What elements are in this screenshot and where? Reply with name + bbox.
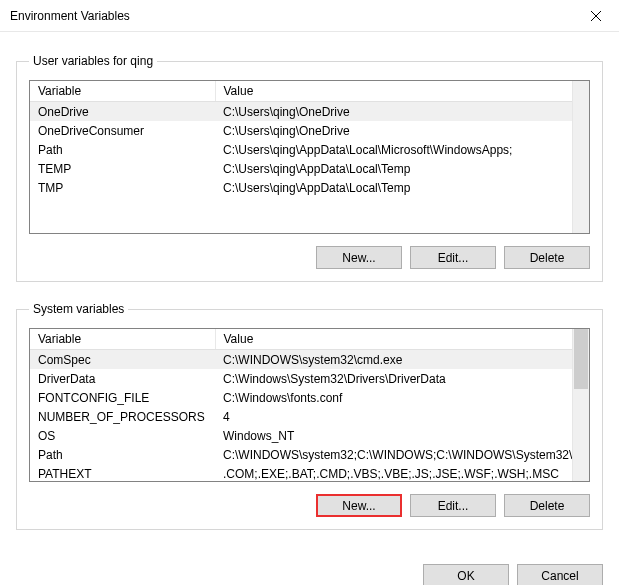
user-variables-group: User variables for qing Variable Value O… bbox=[16, 54, 603, 282]
titlebar: Environment Variables bbox=[0, 0, 619, 32]
table-row[interactable]: PathC:\WINDOWS\system32;C:\WINDOWS;C:\WI… bbox=[30, 445, 572, 464]
table-row[interactable]: FONTCONFIG_FILEC:\Windows\fonts.conf bbox=[30, 388, 572, 407]
user-variables-table[interactable]: Variable Value OneDriveC:\Users\qing\One… bbox=[30, 81, 572, 197]
table-row[interactable]: TEMPC:\Users\qing\AppData\Local\Temp bbox=[30, 159, 572, 178]
table-row[interactable]: DriverDataC:\Windows\System32\Drivers\Dr… bbox=[30, 369, 572, 388]
system-col-variable[interactable]: Variable bbox=[30, 329, 215, 350]
system-variables-legend: System variables bbox=[29, 302, 128, 316]
user-col-variable[interactable]: Variable bbox=[30, 81, 215, 102]
user-variables-legend: User variables for qing bbox=[29, 54, 157, 68]
user-new-button[interactable]: New... bbox=[316, 246, 402, 269]
user-delete-button[interactable]: Delete bbox=[504, 246, 590, 269]
table-row[interactable]: OneDriveConsumerC:\Users\qing\OneDrive bbox=[30, 121, 572, 140]
close-button[interactable] bbox=[573, 0, 619, 32]
table-row[interactable]: OSWindows_NT bbox=[30, 426, 572, 445]
table-row[interactable]: PathC:\Users\qing\AppData\Local\Microsof… bbox=[30, 140, 572, 159]
system-scrollbar[interactable] bbox=[572, 329, 589, 481]
cancel-button[interactable]: Cancel bbox=[517, 564, 603, 585]
system-delete-button[interactable]: Delete bbox=[504, 494, 590, 517]
system-edit-button[interactable]: Edit... bbox=[410, 494, 496, 517]
scrollbar-thumb[interactable] bbox=[574, 329, 588, 389]
dialog-footer: OK Cancel bbox=[0, 546, 619, 585]
ok-button[interactable]: OK bbox=[423, 564, 509, 585]
system-variables-group: System variables Variable Value ComSpecC… bbox=[16, 302, 603, 530]
user-edit-button[interactable]: Edit... bbox=[410, 246, 496, 269]
table-row[interactable]: TMPC:\Users\qing\AppData\Local\Temp bbox=[30, 178, 572, 197]
table-row[interactable]: NUMBER_OF_PROCESSORS4 bbox=[30, 407, 572, 426]
system-variables-table[interactable]: Variable Value ComSpecC:\WINDOWS\system3… bbox=[30, 329, 572, 481]
system-col-value[interactable]: Value bbox=[215, 329, 572, 350]
user-buttons: New... Edit... Delete bbox=[29, 246, 590, 269]
window-title: Environment Variables bbox=[10, 9, 573, 23]
system-variables-table-container: Variable Value ComSpecC:\WINDOWS\system3… bbox=[29, 328, 590, 482]
system-new-button[interactable]: New... bbox=[316, 494, 402, 517]
user-scrollbar[interactable] bbox=[572, 81, 589, 233]
table-row[interactable]: PATHEXT.COM;.EXE;.BAT;.CMD;.VBS;.VBE;.JS… bbox=[30, 464, 572, 481]
close-icon bbox=[591, 11, 601, 21]
user-variables-table-container: Variable Value OneDriveC:\Users\qing\One… bbox=[29, 80, 590, 234]
dialog-content: User variables for qing Variable Value O… bbox=[0, 32, 619, 546]
system-buttons: New... Edit... Delete bbox=[29, 494, 590, 517]
table-row[interactable]: ComSpecC:\WINDOWS\system32\cmd.exe bbox=[30, 350, 572, 370]
table-row[interactable]: OneDriveC:\Users\qing\OneDrive bbox=[30, 102, 572, 122]
user-col-value[interactable]: Value bbox=[215, 81, 572, 102]
